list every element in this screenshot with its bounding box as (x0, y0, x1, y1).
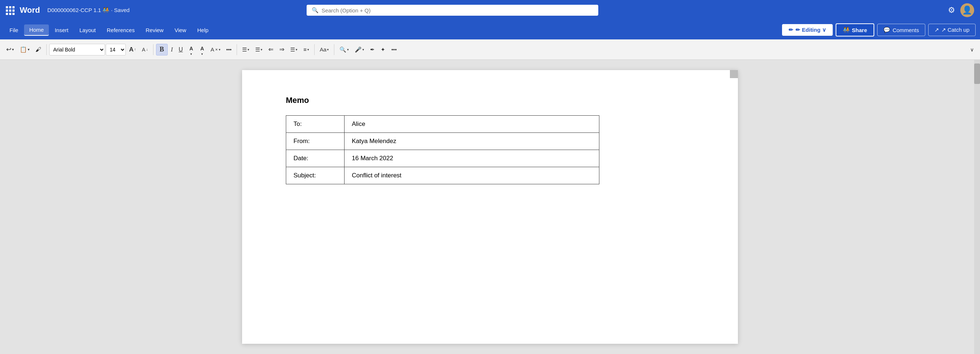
more-format-button[interactable]: ••• (224, 44, 234, 56)
settings-icon[interactable]: ⚙ (948, 5, 955, 15)
indent-inc-icon: ⇒ (279, 46, 285, 53)
menu-insert[interactable]: Insert (49, 25, 74, 35)
comments-icon: 💬 (883, 27, 890, 33)
avatar[interactable]: 👤 (960, 3, 974, 17)
catchup-label: ↗ Catch up (941, 27, 969, 33)
doc-title: D000000062-CCP 1.1 🧑‍🤝‍🧑 · Saved (48, 7, 130, 13)
menu-bar-right: ✏ ✏ Editing ∨ 🧑‍🤝‍🧑 Share 💬 Comments ↗ ↗… (782, 23, 975, 37)
page-corner (730, 70, 738, 78)
title-bar: Word D000000062-CCP 1.1 🧑‍🤝‍🧑 · Saved 🔍 … (0, 0, 980, 21)
numbering-button[interactable]: ☰ ▾ (253, 44, 265, 56)
sep2 (153, 44, 153, 55)
format-group: B I U A ▾ A ▾ A✕ ▾ ••• (156, 44, 234, 56)
tools-group: 🔍 ▾ 🎤 ▾ ✒ ✦ ••• (337, 44, 399, 56)
editing-button[interactable]: ✏ ✏ Editing ∨ (782, 24, 832, 36)
bold-button[interactable]: B (156, 44, 168, 56)
memo-row-label: Date: (286, 150, 345, 167)
undo-icon: ↩ (6, 46, 11, 53)
find-icon: 🔍 (339, 46, 346, 53)
paste-icon: 📋 (20, 46, 27, 53)
memo-row-value: Katya Melendez (345, 133, 600, 150)
paragraph-group: ☰ ▾ ☰ ▾ ⇐ ⇒ ☰ ▾ ≡ ▾ (240, 44, 312, 56)
memo-row-value: Alice (345, 116, 600, 133)
waffle-icon[interactable] (6, 6, 14, 14)
spacing-icon: ≡ (303, 46, 307, 53)
styles-button[interactable]: Aa ▾ (317, 44, 331, 56)
grow-font-button[interactable]: A↑ (127, 44, 138, 56)
pencil-icon: ✏ (789, 27, 793, 33)
menu-review[interactable]: Review (140, 25, 169, 35)
styles-group: Aa ▾ (317, 44, 331, 56)
search-icon: 🔍 (312, 7, 319, 13)
memo-table-body: To:AliceFrom:Katya MelendezDate:16 March… (286, 116, 600, 184)
rewrite-button[interactable]: ✦ (378, 44, 388, 56)
indent-dec-icon: ⇐ (268, 46, 274, 53)
undo-button[interactable]: ↩ ▾ (4, 44, 16, 56)
comments-button[interactable]: 💬 Comments (877, 24, 925, 36)
menu-home[interactable]: Home (24, 24, 49, 36)
editor-icon: ✒ (370, 46, 375, 53)
shrink-icon: A (142, 47, 145, 53)
table-row: To:Alice (286, 116, 600, 133)
italic-button[interactable]: I (169, 44, 175, 56)
shrink-font-button[interactable]: A↓ (139, 44, 150, 56)
share-button[interactable]: 🧑‍🤝‍🧑 Share (835, 23, 875, 37)
italic-icon: I (171, 46, 173, 53)
toolbar-expand-button[interactable]: ∨ (967, 44, 976, 56)
menu-view[interactable]: View (170, 25, 191, 35)
search-input[interactable] (321, 7, 593, 13)
memo-row-label: To: (286, 116, 345, 133)
catchup-button[interactable]: ↗ ↗ Catch up (928, 24, 975, 36)
table-row: Subject:Conflict of interest (286, 167, 600, 184)
indent-increase-button[interactable]: ⇒ (277, 44, 287, 56)
overflow-button[interactable]: ••• (389, 44, 399, 56)
undo-group: ↩ ▾ 📋 ▾ 🖌 (4, 44, 44, 56)
expand-icon: ∨ (970, 47, 974, 53)
menu-references[interactable]: References (102, 25, 140, 35)
rewrite-icon: ✦ (380, 46, 385, 53)
styles-icon: Aa (320, 46, 326, 53)
bullets-button[interactable]: ☰ ▾ (240, 44, 252, 56)
overflow-icon: ••• (391, 47, 397, 53)
menu-layout[interactable]: Layout (75, 25, 101, 35)
toolbar: ↩ ▾ 📋 ▾ 🖌 Arial Bold Arial Calibri Times… (0, 40, 980, 60)
font-color-icon: A (200, 46, 204, 51)
memo-heading: Memo (286, 96, 694, 105)
font-size-select[interactable]: 14 10 11 12 16 18 (106, 44, 126, 56)
highlight-button[interactable]: A ▾ (186, 44, 197, 56)
dictate-button[interactable]: 🎤 ▾ (352, 44, 367, 56)
sep4 (314, 44, 315, 55)
find-button[interactable]: 🔍 ▾ (337, 44, 352, 56)
sep3 (237, 44, 237, 55)
memo-row-label: From: (286, 133, 345, 150)
paste-button[interactable]: 📋 ▾ (17, 44, 32, 56)
table-row: From:Katya Melendez (286, 133, 600, 150)
dictate-icon: 🎤 (355, 46, 362, 53)
editor-button[interactable]: ✒ (368, 44, 377, 56)
menu-file[interactable]: File (5, 25, 23, 35)
format-painter-icon: 🖌 (35, 46, 41, 53)
document-area: Memo To:AliceFrom:Katya MelendezDate:16 … (0, 60, 980, 354)
underline-icon: U (179, 46, 183, 53)
sep5 (334, 44, 334, 55)
format-painter-button[interactable]: 🖌 (33, 44, 44, 56)
menu-help[interactable]: Help (192, 25, 214, 35)
bold-icon: B (160, 46, 164, 53)
clear-format-button[interactable]: A✕ ▾ (208, 44, 223, 56)
line-spacing-button[interactable]: ≡ ▾ (301, 44, 312, 56)
scrollbar[interactable] (974, 60, 980, 354)
highlight-icon: A (189, 46, 193, 51)
font-name-select[interactable]: Arial Bold Arial Calibri Times New Roman (49, 44, 105, 56)
editing-label: ✏ Editing ∨ (795, 27, 826, 33)
align-icon: ☰ (290, 46, 295, 53)
underline-button[interactable]: U (176, 44, 186, 56)
memo-row-value: Conflict of interest (345, 167, 600, 184)
align-button[interactable]: ☰ ▾ (288, 44, 300, 56)
search-bar[interactable]: 🔍 (307, 5, 598, 16)
scrollbar-thumb[interactable] (974, 64, 980, 84)
share-icon: 🧑‍🤝‍🧑 (843, 27, 850, 33)
sep1 (46, 44, 47, 55)
font-color-button[interactable]: A ▾ (197, 44, 207, 56)
menu-bar: File Home Insert Layout References Revie… (0, 21, 980, 40)
indent-decrease-button[interactable]: ⇐ (266, 44, 276, 56)
